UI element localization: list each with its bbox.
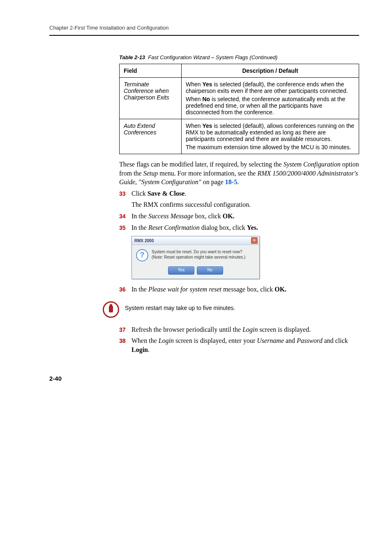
- txt: and click: [323, 337, 348, 344]
- desc-terminate: When Yes is selected (default), the conf…: [182, 78, 359, 119]
- table-caption: Table 2-13 Fast Configuration Wizard – S…: [119, 54, 359, 60]
- step-33: 33 Click Save & Close.: [119, 189, 359, 198]
- yes-button[interactable]: Yes: [168, 266, 194, 275]
- txt: screen is displayed.: [258, 326, 311, 333]
- txt: When the: [131, 337, 159, 344]
- txt: In the: [131, 224, 148, 231]
- txt-ital: Login: [242, 326, 258, 333]
- txt: Refresh the browser periodically until t…: [131, 326, 242, 333]
- txt: and: [284, 337, 297, 344]
- step-35: 35 In the Reset Confirmation dialog box,…: [119, 223, 359, 232]
- txt: box, click: [194, 213, 223, 220]
- step-number: 37: [119, 325, 131, 334]
- txt: dialog box, click: [200, 224, 247, 231]
- field-terminate: Terminate Conference when Chairperson Ex…: [120, 78, 182, 119]
- txt: In the: [131, 286, 148, 293]
- txt-ital: Password: [297, 337, 323, 344]
- table-caption-label: Table 2-13: [119, 54, 145, 60]
- flags-note-paragraph: These flags can be modified later, if re…: [119, 160, 359, 187]
- th-description: Description / Default: [182, 64, 359, 78]
- txt-ital: Please wait for system reset: [148, 286, 221, 293]
- no-button[interactable]: No: [197, 266, 223, 275]
- txt: In the: [131, 213, 148, 220]
- step-38: 38 When the Login screen is displayed, e…: [119, 336, 359, 354]
- note-callout: System restart may take up to five minut…: [103, 301, 359, 318]
- desc-autoextend: When Yes is selected (default), allows c…: [182, 119, 359, 154]
- step-36: 36 In the Please wait for system reset m…: [119, 285, 359, 294]
- dialog-message: System must be reset. Do you want to res…: [152, 249, 245, 261]
- reset-dialog: RMX 2000 × ? System must be reset. Do yo…: [131, 236, 260, 279]
- txt: menu. For more information, see the: [158, 170, 257, 177]
- txt: .: [148, 346, 150, 353]
- header-rule: [49, 35, 359, 36]
- step-number: 33: [119, 189, 131, 198]
- table-row: Auto Extend Conferences When Yes is sele…: [120, 119, 359, 154]
- system-flags-table: Field Description / Default Terminate Co…: [119, 64, 359, 154]
- step-number: 34: [119, 212, 131, 221]
- step-33-sub: The RMX confirms successful configuratio…: [131, 200, 359, 209]
- txt: message box, click: [221, 286, 274, 293]
- txt: System must be reset. Do you want to res…: [152, 249, 245, 254]
- txt-ital: Login: [159, 337, 174, 344]
- note-text: System restart may take up to five minut…: [125, 301, 235, 311]
- txt-bold: Yes.: [247, 224, 258, 231]
- step-37: 37 Refresh the browser periodically unti…: [119, 325, 359, 334]
- txt-bold: Login: [131, 346, 148, 353]
- txt: screen is displayed, enter your: [174, 337, 257, 344]
- txt-ital: System Configuration: [284, 161, 341, 168]
- step-number: 36: [119, 285, 131, 294]
- txt: .: [237, 178, 239, 185]
- txt-bold: Yes: [202, 123, 212, 129]
- table-row: Terminate Conference when Chairperson Ex…: [120, 78, 359, 119]
- txt-ital: Reset Confirmation: [148, 224, 200, 231]
- dialog-title: RMX 2000: [134, 238, 154, 243]
- info-icon: [103, 301, 119, 318]
- txt-ital: Username: [257, 337, 284, 344]
- txt: When: [186, 81, 202, 88]
- page-number: 2-40: [49, 375, 359, 382]
- txt: .: [184, 190, 186, 197]
- txt: (Note: Reset operation might take severa…: [152, 254, 245, 260]
- txt: When: [186, 96, 202, 102]
- txt-bold: OK.: [274, 286, 286, 293]
- txt-ital: Setup: [143, 170, 158, 177]
- step-34: 34 In the Success Message box, click OK.: [119, 212, 359, 221]
- txt-ital: Success Message: [148, 213, 194, 220]
- step-number: 38: [119, 336, 131, 354]
- table-caption-text: Fast Configuration Wizard – System Flags…: [148, 54, 277, 60]
- close-icon[interactable]: ×: [251, 237, 258, 244]
- question-icon: ?: [136, 249, 148, 261]
- field-autoextend: Auto Extend Conferences: [120, 119, 182, 154]
- running-header: Chapter 2-First Time Installation and Co…: [49, 25, 359, 31]
- txt: When: [186, 123, 202, 129]
- txt-bold: Yes: [202, 81, 212, 88]
- page-link[interactable]: 18-5: [225, 178, 237, 185]
- txt-bold: OK.: [223, 213, 235, 220]
- txt: Click: [131, 190, 148, 197]
- txt-bold: Save & Close: [148, 190, 185, 197]
- txt: is selected, the conference automaticall…: [186, 96, 345, 116]
- txt-bold: No: [202, 96, 210, 102]
- step-number: 35: [119, 223, 131, 232]
- dialog-titlebar: RMX 2000 ×: [132, 236, 259, 245]
- txt: These flags can be modified later, if re…: [119, 161, 284, 168]
- th-field: Field: [120, 64, 182, 78]
- txt: The maximum extension time allowed by th…: [186, 144, 351, 150]
- txt: on page: [201, 178, 225, 185]
